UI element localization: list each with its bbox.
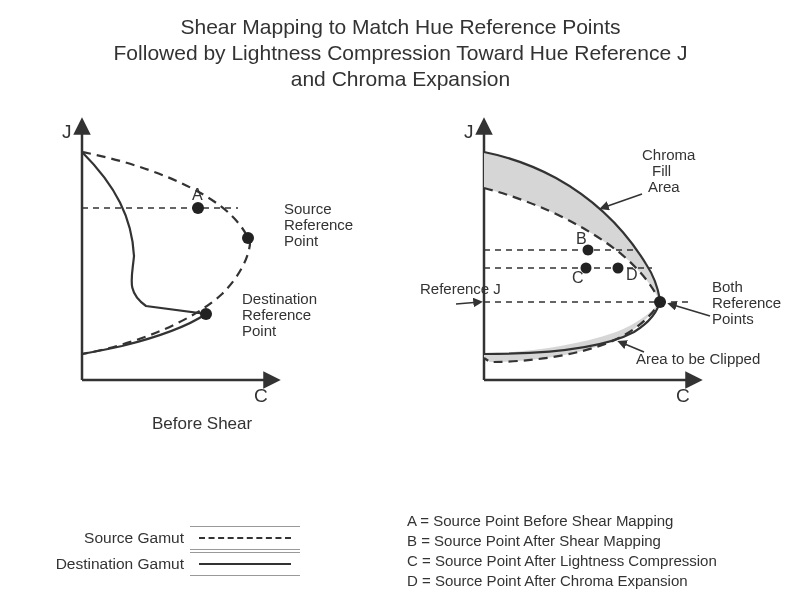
after-shear-svg: J C Reference J Chroma [420, 108, 792, 408]
legend-point-B: B = Source Point After Shear Mapping [407, 531, 777, 551]
caption-before-shear: Before Shear [152, 414, 252, 434]
point-B-label: B [576, 230, 587, 247]
legend-source-gamut: Source Gamut [44, 525, 374, 551]
label-destination-ref: Destination Reference Point [242, 290, 321, 339]
label-chroma-fill: Chroma Fill Area [642, 146, 700, 195]
arrow-reference-J [456, 302, 480, 304]
both-reference-points [654, 296, 666, 308]
label-source-ref: Source Reference Point [284, 200, 357, 249]
label-reference-J: Reference J [420, 280, 501, 297]
axis-label-C: C [676, 385, 690, 406]
point-D-label: D [626, 266, 638, 283]
plot-band: J C A Source Reference Point [0, 108, 801, 448]
point-C-label: C [572, 269, 584, 286]
title-line-3: and Chroma Expansion [291, 67, 510, 90]
axis-label-C: C [254, 385, 268, 406]
before-shear-svg: J C A Source Reference Point [26, 108, 406, 408]
page: Shear Mapping to Match Hue Reference Poi… [0, 0, 801, 613]
legend-point-D: D = Source Point After Chroma Expansion [407, 571, 777, 591]
legend-destination-swatch [190, 552, 300, 576]
legend-destination-gamut: Destination Gamut [44, 551, 374, 577]
page-title: Shear Mapping to Match Hue Reference Poi… [0, 14, 801, 92]
arrow-clip [620, 342, 644, 352]
solid-line-icon [199, 563, 291, 565]
gamut-legend: Source Gamut Destination Gamut [44, 525, 374, 577]
arrow-both-ref [670, 304, 710, 316]
title-line-1: Shear Mapping to Match Hue Reference Poi… [180, 15, 620, 38]
axis-label-J: J [62, 121, 72, 142]
panel-after-shear: J C Reference J Chroma [420, 108, 792, 408]
point-D [613, 263, 624, 274]
legend-point-A: A = Source Point Before Shear Mapping [407, 511, 777, 531]
source-reference-point [242, 232, 254, 244]
destination-reference-point [200, 308, 212, 320]
label-clip: Area to be Clipped [636, 350, 760, 367]
label-both-ref: Both Reference Points [712, 278, 785, 327]
axis-label-J: J [464, 121, 474, 142]
title-line-2: Followed by Lightness Compression Toward… [114, 41, 688, 64]
legend-destination-gamut-label: Destination Gamut [44, 555, 190, 573]
destination-gamut-curve [82, 152, 206, 354]
dashed-line-icon [199, 537, 291, 539]
point-A-label: A [192, 186, 203, 203]
points-legend: A = Source Point Before Shear Mapping B … [407, 511, 777, 591]
panel-before-shear: J C A Source Reference Point [26, 108, 406, 408]
point-A [192, 202, 204, 214]
legend-source-swatch [190, 526, 300, 550]
legend-source-gamut-label: Source Gamut [44, 529, 190, 547]
legend-point-C: C = Source Point After Lightness Compres… [407, 551, 777, 571]
arrow-chroma-fill [602, 194, 642, 208]
